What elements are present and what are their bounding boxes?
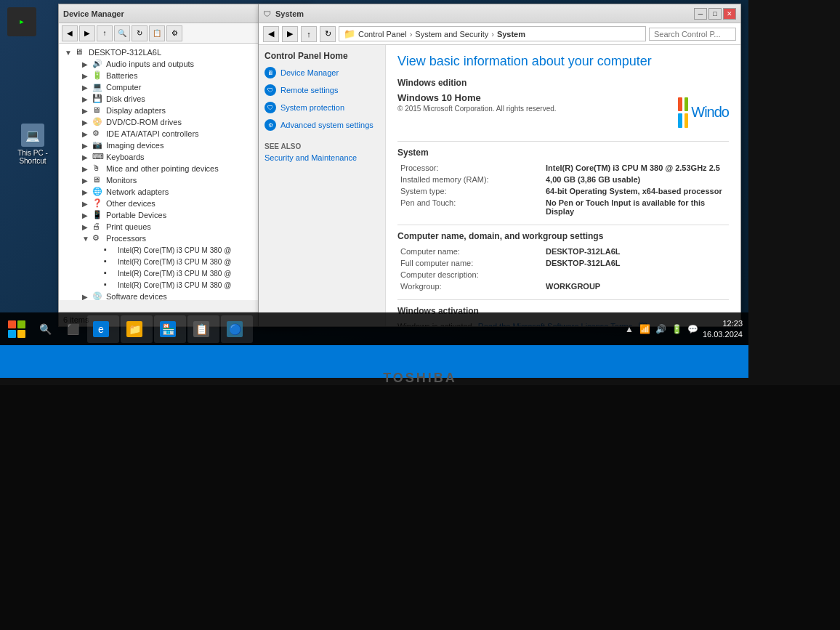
item-label: Portable Devices: [106, 211, 166, 219]
store-taskbar-btn[interactable]: 🏪: [154, 315, 186, 343]
explorer-icon: 📁: [126, 321, 142, 337]
windows-desktop: ► 💻 This PC - Shortcut Device Manager ─ …: [0, 0, 748, 345]
tray-battery-icon[interactable]: 🔋: [671, 323, 684, 336]
dm-root-label: DESKTOP-312LA6L: [89, 48, 161, 57]
windows-edition-name: Windows 10 Home: [397, 92, 666, 103]
nav-remote-settings[interactable]: 🛡 Remote settings: [264, 84, 379, 96]
dm-action-btn-5[interactable]: ↻: [132, 25, 148, 41]
ram-value: 4,00 GB (3,86 GB usable): [543, 174, 729, 185]
expand-icon: ▶: [82, 130, 92, 138]
item-icon: 🖨: [92, 222, 104, 232]
expand-icon: ▶: [82, 165, 92, 173]
control-panel-home-title[interactable]: Control Panel Home: [264, 51, 379, 61]
root-expand-icon: ▼: [65, 49, 75, 57]
back-button[interactable]: ◀: [263, 26, 279, 42]
laptop-screen: ► 💻 This PC - Shortcut Device Manager ─ …: [0, 0, 748, 378]
item-icon: 🖥: [92, 175, 104, 185]
start-button[interactable]: [3, 315, 31, 343]
cpu-icon: ▪: [104, 280, 116, 290]
dm-action-btn-1[interactable]: ◀: [62, 25, 78, 41]
item-icon: 🌐: [92, 187, 104, 197]
cpu-label: Intel(R) Core(TM) i3 CPU M 380 @: [118, 270, 231, 278]
sys-main-content: View basic information about your comput…: [386, 45, 740, 326]
this-pc-icon[interactable]: 💻 This PC - Shortcut: [11, 124, 54, 165]
system-type-value: 64-bit Operating System, x64-based proce…: [543, 185, 729, 197]
taskbar-right: ▲ 📶 🔊 🔋 💬 12:23 16.03.2024: [623, 318, 746, 339]
computer-section-title: Computer name, domain, and workgroup set…: [397, 231, 729, 241]
item-label: Network adapters: [106, 187, 169, 196]
expand-icon: ▶: [82, 211, 92, 219]
expand-icon: ▶: [82, 200, 92, 208]
dm-action-btn-7[interactable]: ⚙: [166, 25, 182, 41]
up-button[interactable]: ↑: [301, 26, 317, 42]
item-icon: ⚙: [92, 129, 104, 139]
refresh-button[interactable]: ↻: [320, 26, 336, 42]
workgroup-row: Workgroup: WORKGROUP: [397, 280, 729, 292]
nav-link-label-protect: System protection: [280, 103, 344, 112]
dm-action-btn-3[interactable]: ↑: [97, 25, 113, 41]
pen-value: No Pen or Touch Input is available for t…: [543, 197, 729, 217]
expand-icon: ▶: [82, 293, 92, 301]
item-icon: 🔋: [92, 70, 104, 81]
dm-action-btn-2[interactable]: ▶: [79, 25, 95, 41]
cpu-label: Intel(R) Core(TM) i3 CPU M 380 @: [118, 246, 231, 254]
logo-pane-tr: [684, 97, 689, 112]
app-taskbar-btn-1[interactable]: 📋: [187, 315, 219, 343]
expand-icon: ▶: [82, 95, 92, 103]
expand-icon: ▶: [82, 118, 92, 126]
windows-edition-text: Windows 10 Home © 2015 Microsoft Corpora…: [397, 92, 666, 113]
item-label: Batteries: [106, 71, 137, 80]
item-label: Display adapters: [106, 106, 166, 115]
sys-title: System: [275, 9, 304, 18]
tray-chevron-icon[interactable]: ▲: [623, 323, 636, 336]
tray-volume-icon[interactable]: 🔊: [655, 323, 668, 336]
keyboard-area: F2 F3 F4 F5 F6 F7 F8 F9 F10 F11 F12 INS …: [0, 385, 840, 630]
nav-device-manager[interactable]: 🖥 Device Manager: [264, 67, 379, 78]
search-input[interactable]: [649, 28, 736, 41]
edge-taskbar-btn[interactable]: e: [87, 315, 119, 343]
cpu-label: Intel(R) Core(TM) i3 CPU M 380 @: [118, 258, 231, 266]
item-icon: 🖱: [92, 163, 104, 174]
sys-close-btn[interactable]: ✕: [723, 8, 736, 20]
dm-action-btn-4[interactable]: 🔍: [114, 25, 130, 41]
computer-name-row: Computer name: DESKTOP-312LA6L: [397, 246, 729, 257]
winamp-icon[interactable]: ►: [7, 7, 36, 36]
tray-notification-icon[interactable]: 💬: [687, 323, 700, 336]
item-label: DVD/CD-ROM drives: [106, 118, 182, 126]
nav-link-icon-adv: ⚙: [264, 119, 276, 131]
tray-network-icon[interactable]: 📶: [639, 323, 652, 336]
item-label: Disk drives: [106, 94, 145, 103]
logo-pane-bl: [678, 113, 682, 128]
windows-text-logo: Windo: [691, 104, 729, 121]
cpu-label: Intel(R) Core(TM) i3 CPU M 380 @: [118, 281, 231, 289]
app-taskbar-btn-2[interactable]: 🔵: [221, 315, 253, 343]
nav-system-protection[interactable]: 🛡 System protection: [264, 102, 379, 113]
description-label: Computer description:: [397, 269, 543, 280]
dm-action-btn-6[interactable]: 📋: [149, 25, 165, 41]
computer-info-table: Computer name: DESKTOP-312LA6L Full comp…: [397, 246, 729, 292]
divider-1: [397, 141, 729, 142]
sys-maximize-btn[interactable]: □: [708, 8, 722, 20]
taskview-icon: ⬛: [67, 323, 79, 335]
forward-button[interactable]: ▶: [282, 26, 298, 42]
item-icon: 🖥: [92, 105, 104, 116]
full-name-row: Full computer name: DESKTOP-312LA6L: [397, 257, 729, 269]
address-path-bar[interactable]: 📁 Control Panel › System and Security › …: [339, 26, 646, 41]
system-info-table: Processor: Intel(R) Core(TM) i3 CPU M 38…: [397, 162, 729, 217]
sys-addressbar: ◀ ▶ ↑ ↻ 📁 Control Panel › System and Sec…: [259, 23, 740, 45]
system-tray: ▲ 📶 🔊 🔋 💬: [623, 323, 700, 336]
expand-icon: ▶: [82, 223, 92, 231]
fileexplorer-taskbar-btn[interactable]: 📁: [121, 315, 153, 343]
nav-security-maintenance[interactable]: Security and Maintenance: [264, 153, 379, 162]
sys-minimize-btn[interactable]: ─: [694, 8, 707, 20]
sys-body: Control Panel Home 🖥 Device Manager 🛡 Re…: [259, 45, 740, 326]
nav-link-icon-dm: 🖥: [264, 67, 276, 78]
windows-copyright: © 2015 Microsoft Corporation. All rights…: [397, 105, 666, 113]
search-taskbar-btn[interactable]: 🔍: [32, 315, 58, 343]
taskview-taskbar-btn[interactable]: ⬛: [60, 315, 86, 343]
ram-label: Installed memory (RAM):: [397, 174, 543, 185]
clock-area[interactable]: 12:23 16.03.2024: [703, 318, 746, 339]
nav-advanced-settings[interactable]: ⚙ Advanced system settings: [264, 119, 379, 131]
start-icon: [8, 320, 25, 338]
item-label: Print queues: [106, 222, 151, 231]
